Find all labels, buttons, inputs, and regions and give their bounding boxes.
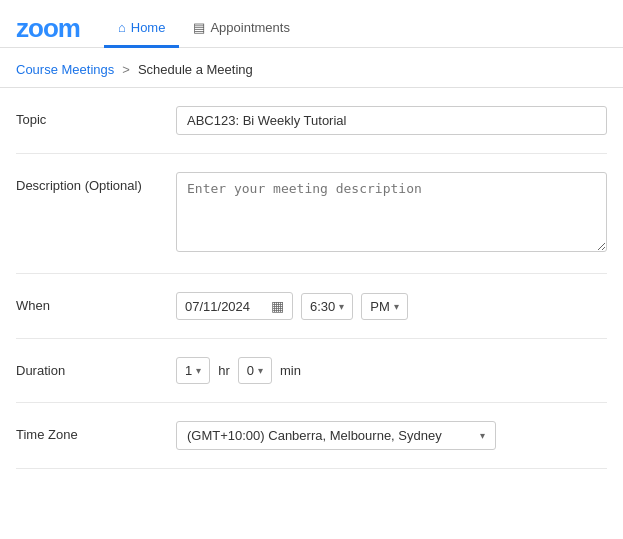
duration-row: Duration 1 ▾ hr 0 ▾ min	[16, 339, 607, 403]
nav-home[interactable]: ⌂ Home	[104, 10, 180, 48]
time-chevron-icon: ▾	[339, 301, 344, 312]
timezone-label: Time Zone	[16, 421, 176, 442]
breadcrumb-link[interactable]: Course Meetings	[16, 62, 114, 77]
hours-value: 1	[185, 363, 192, 378]
duration-control: 1 ▾ hr 0 ▾ min	[176, 357, 607, 384]
min-label: min	[280, 363, 301, 378]
time-select[interactable]: 6:30 ▾	[301, 293, 353, 320]
duration-inputs: 1 ▾ hr 0 ▾ min	[176, 357, 607, 384]
appointments-icon: ▤	[193, 20, 205, 35]
calendar-icon[interactable]: ▦	[271, 298, 284, 314]
date-picker-wrap[interactable]: ▦	[176, 292, 293, 320]
time-value: 6:30	[310, 299, 335, 314]
minutes-select[interactable]: 0 ▾	[238, 357, 272, 384]
description-row: Description (Optional)	[16, 154, 607, 274]
topic-row: Topic	[16, 88, 607, 154]
timezone-control: (GMT+10:00) Canberra, Melbourne, Sydney …	[176, 421, 607, 450]
when-label: When	[16, 292, 176, 313]
ampm-value: PM	[370, 299, 390, 314]
minutes-value: 0	[247, 363, 254, 378]
zoom-logo: zoom	[16, 13, 80, 44]
topic-label: Topic	[16, 106, 176, 127]
nav-appointments[interactable]: ▤ Appointments	[179, 10, 304, 48]
breadcrumb-current: Schedule a Meeting	[138, 62, 253, 77]
duration-label: Duration	[16, 357, 176, 378]
description-control	[176, 172, 607, 255]
hours-chevron-icon: ▾	[196, 365, 201, 376]
ampm-chevron-icon: ▾	[394, 301, 399, 312]
timezone-value: (GMT+10:00) Canberra, Melbourne, Sydney	[187, 428, 442, 443]
timezone-select[interactable]: (GMT+10:00) Canberra, Melbourne, Sydney …	[176, 421, 496, 450]
when-control: ▦ 6:30 ▾ PM ▾	[176, 292, 607, 320]
when-row: When ▦ 6:30 ▾ PM ▾	[16, 274, 607, 339]
minutes-chevron-icon: ▾	[258, 365, 263, 376]
timezone-chevron-icon: ▾	[480, 430, 485, 441]
main-nav: ⌂ Home ▤ Appointments	[104, 10, 304, 47]
hours-select[interactable]: 1 ▾	[176, 357, 210, 384]
topic-input[interactable]	[176, 106, 607, 135]
home-icon: ⌂	[118, 20, 126, 35]
nav-appointments-label: Appointments	[210, 20, 290, 35]
breadcrumb: Course Meetings > Schedule a Meeting	[0, 48, 623, 87]
hr-label: hr	[218, 363, 230, 378]
breadcrumb-separator: >	[122, 62, 130, 77]
header: zoom ⌂ Home ▤ Appointments	[0, 0, 623, 48]
timezone-row: Time Zone (GMT+10:00) Canberra, Melbourn…	[16, 403, 607, 469]
ampm-select[interactable]: PM ▾	[361, 293, 408, 320]
when-inputs: ▦ 6:30 ▾ PM ▾	[176, 292, 607, 320]
topic-control	[176, 106, 607, 135]
nav-home-label: Home	[131, 20, 166, 35]
schedule-form: Topic Description (Optional) When ▦ 6:30…	[0, 88, 623, 469]
description-label: Description (Optional)	[16, 172, 176, 193]
description-input[interactable]	[176, 172, 607, 252]
date-input[interactable]	[185, 299, 265, 314]
